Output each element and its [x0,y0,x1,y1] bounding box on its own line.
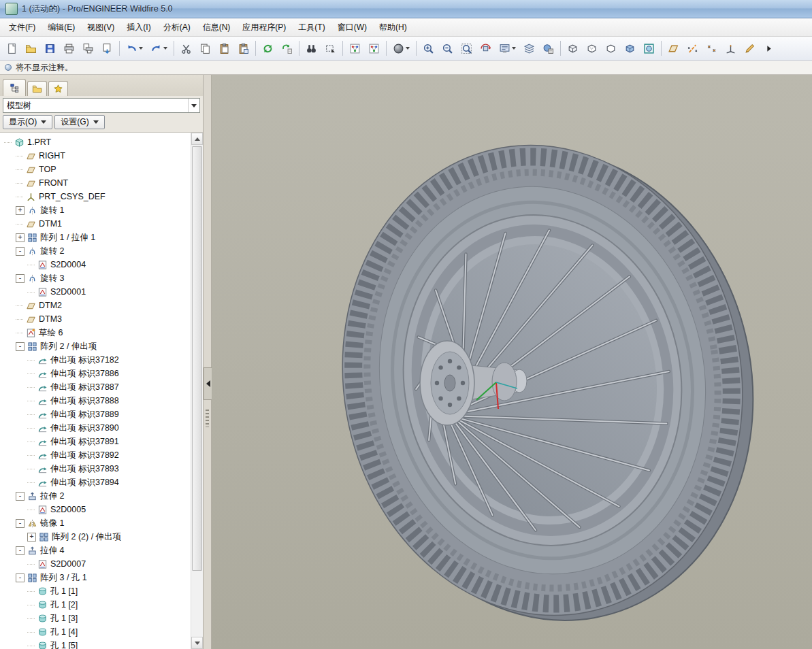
chevron-down-icon[interactable] [163,47,167,50]
tree-item[interactable]: 伸出项 标识37892 [0,448,191,462]
tree-item[interactable]: 伸出项 标识37893 [0,462,191,476]
collapse-icon[interactable]: - [16,519,25,528]
collapse-icon[interactable]: - [16,274,25,283]
tree-item[interactable]: 草绘 6 [0,326,191,339]
tree-item[interactable]: -阵列 3 / 孔 1 [0,571,191,584]
print-icon[interactable] [60,39,78,58]
tab-model-tree[interactable] [3,79,26,96]
menu-item-0[interactable]: 文件(F) [3,19,42,36]
tree-item[interactable]: 伸出项 标识37887 [0,380,191,394]
tree-item[interactable]: +阵列 2 (2) / 伸出项 [0,530,191,544]
title-bar[interactable]: 1 (活动的) - Pro/ENGINEER Wildfire 5.0 [0,0,812,18]
tree-item[interactable]: S2D0007 [0,557,191,571]
tree-item[interactable]: FRONT [0,176,191,190]
tree-item[interactable]: RIGHT [0,149,191,163]
enhanced-realism-icon[interactable] [640,39,658,58]
select-area-icon[interactable] [321,39,340,58]
regenerate-manager-icon[interactable] [278,39,296,58]
tree-item[interactable]: -镜像 1 [0,516,191,530]
menu-item-4[interactable]: 分析(A) [157,19,197,36]
menu-item-8[interactable]: 窗口(W) [331,19,373,36]
find-icon[interactable] [302,39,321,58]
scroll-up-button[interactable] [191,133,203,145]
tab-folder-browser[interactable] [27,81,47,96]
tree-item[interactable]: -旋转 3 [0,271,191,285]
shaded-icon[interactable] [621,39,639,58]
toolbar-overflow-icon[interactable] [760,39,778,58]
expand-icon[interactable]: + [16,206,25,215]
datum-plane-tool-icon[interactable] [664,39,683,58]
regenerate-icon[interactable] [259,39,277,58]
tree-vertical-scrollbar[interactable] [191,133,203,649]
tree-item[interactable]: 伸出项 标识37182 [0,353,191,367]
scrollbar-thumb[interactable] [192,146,202,571]
tree-item[interactable]: 伸出项 标识37886 [0,367,191,380]
tree-item[interactable]: 1.PRT [0,135,191,149]
tree-item[interactable]: 孔 1 [5] [0,639,191,649]
wireframe-icon[interactable] [564,39,582,58]
menu-item-6[interactable]: 应用程序(P) [236,19,292,36]
expand-icon[interactable]: + [27,533,36,542]
tree-item[interactable]: -阵列 2 / 伸出项 [0,339,191,353]
menu-item-7[interactable]: 工具(T) [292,19,331,36]
tab-favorites[interactable] [48,81,68,96]
plot-icon[interactable] [98,39,116,58]
tree-item[interactable]: S2D0001 [0,285,191,299]
no-hidden-icon[interactable] [602,39,620,58]
cut-icon[interactable] [177,39,195,58]
tree-item[interactable]: 伸出项 标识37889 [0,407,191,421]
scroll-down-button[interactable] [191,637,203,649]
tree-item[interactable]: +旋转 1 [0,203,191,217]
print-preview-icon[interactable] [79,39,97,58]
tree-item[interactable]: 孔 1 [3] [0,612,191,625]
view-manager-icon[interactable] [539,39,557,58]
zoom-in-icon[interactable] [419,39,438,58]
collapse-icon[interactable]: - [16,573,25,582]
menu-item-2[interactable]: 视图(V) [81,19,120,36]
datum-csys-tool-icon[interactable] [721,39,740,58]
copy-icon[interactable] [196,39,214,58]
datum-point-tool-icon[interactable] [702,39,721,58]
tree-item[interactable]: -旋转 2 [0,244,191,258]
tree-item[interactable]: S2D0005 [0,503,191,516]
new-file-icon[interactable] [3,39,21,58]
settings-dropdown-button[interactable]: 设置(G) [54,115,104,129]
paste-special-icon[interactable] [234,39,253,58]
tree-item[interactable]: 伸出项 标识37890 [0,421,191,435]
tree-item[interactable]: +阵列 1 / 拉伸 1 [0,231,191,244]
tree-item[interactable]: -拉伸 2 [0,489,191,503]
tree-item[interactable]: DTM1 [0,217,191,231]
redo-icon[interactable] [147,39,171,58]
tree-item[interactable]: PRT_CSYS_DEF [0,190,191,203]
chevron-down-icon[interactable] [188,99,199,112]
menu-item-9[interactable]: 帮助(H) [373,19,413,36]
paste-icon[interactable] [215,39,233,58]
tree-item[interactable]: -拉伸 4 [0,544,191,557]
tree-item[interactable]: 伸出项 标识37888 [0,394,191,407]
tree-item[interactable]: DTM3 [0,312,191,326]
datum-axis-tool-icon[interactable] [683,39,702,58]
splitter-grip[interactable] [206,410,209,427]
graphics-viewport[interactable] [212,75,812,649]
tree-item[interactable]: DTM2 [0,299,191,312]
tree-item[interactable]: 孔 1 [1] [0,584,191,598]
collapse-icon[interactable]: - [16,247,25,256]
render-mode-icon[interactable] [389,39,413,58]
tree-selector-combobox[interactable]: 模型树 [3,98,200,113]
menu-item-3[interactable]: 插入(I) [120,19,157,36]
tree-item[interactable]: 孔 1 [2] [0,598,191,612]
zoom-out-icon[interactable] [438,39,457,58]
open-file-icon[interactable] [22,39,40,58]
scrollbar-track[interactable] [191,145,203,637]
saved-views-icon[interactable] [496,39,519,58]
relations-icon[interactable] [346,39,364,58]
reorient-icon[interactable] [476,39,495,58]
tree-item[interactable]: 伸出项 标识37891 [0,435,191,448]
collapse-icon[interactable]: - [16,492,25,501]
panel-splitter[interactable] [204,75,212,649]
sketch-tool-icon[interactable] [741,39,759,58]
tree-item[interactable]: 孔 1 [4] [0,625,191,639]
chevron-down-icon[interactable] [512,47,516,50]
expand-icon[interactable]: + [16,233,25,242]
chevron-down-icon[interactable] [139,47,143,50]
